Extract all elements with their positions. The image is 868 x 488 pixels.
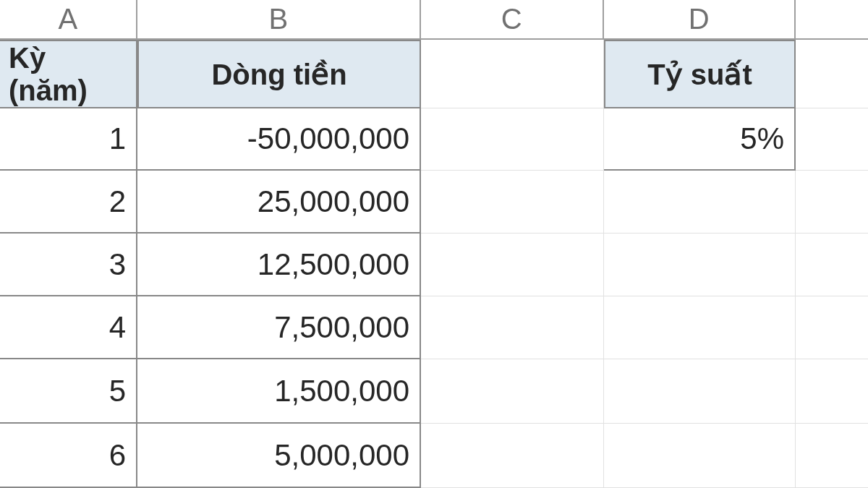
header-cashflow[interactable]: Dòng tiền [137,40,421,108]
col-header-A[interactable]: A [0,0,137,40]
cell-C7[interactable] [421,424,604,488]
col-header-D[interactable]: D [604,0,796,40]
cell-A3[interactable]: 2 [0,171,137,234]
col-header-B[interactable]: B [137,0,421,40]
cell-E1[interactable] [796,40,868,108]
cell-B6[interactable]: 1,500,000 [137,359,421,424]
cell-D7[interactable] [604,424,796,488]
cell-D4[interactable] [604,234,796,296]
cell-C3[interactable] [421,171,604,234]
header-period[interactable]: Kỳ (năm) [0,40,137,108]
cell-B2[interactable]: -50,000,000 [137,108,421,171]
spreadsheet: A B C D Kỳ (năm) Dòng tiền Tỷ suất 1 -50… [0,0,868,488]
cell-B7[interactable]: 5,000,000 [137,424,421,488]
col-header-C[interactable]: C [421,0,604,40]
cell-E6[interactable] [796,359,868,424]
cell-A7[interactable]: 6 [0,424,137,488]
cell-E3[interactable] [796,171,868,234]
cell-B3[interactable]: 25,000,000 [137,171,421,234]
cell-C1[interactable] [421,40,604,108]
cell-D3[interactable] [604,171,796,234]
cell-E5[interactable] [796,296,868,359]
header-rate[interactable]: Tỷ suất [604,40,796,108]
cell-D6[interactable] [604,359,796,424]
cell-B4[interactable]: 12,500,000 [137,234,421,296]
cell-E7[interactable] [796,424,868,488]
cell-A2[interactable]: 1 [0,108,137,171]
cell-A6[interactable]: 5 [0,359,137,424]
cell-E2[interactable] [796,108,868,171]
cell-C6[interactable] [421,359,604,424]
cell-D2[interactable]: 5% [604,108,796,171]
cell-A4[interactable]: 3 [0,234,137,296]
cell-E4[interactable] [796,234,868,296]
cell-C4[interactable] [421,234,604,296]
cell-C2[interactable] [421,108,604,171]
cell-D5[interactable] [604,296,796,359]
cell-B5[interactable]: 7,500,000 [137,296,421,359]
cell-A5[interactable]: 4 [0,296,137,359]
col-header-extra [796,0,868,40]
cell-C5[interactable] [421,296,604,359]
